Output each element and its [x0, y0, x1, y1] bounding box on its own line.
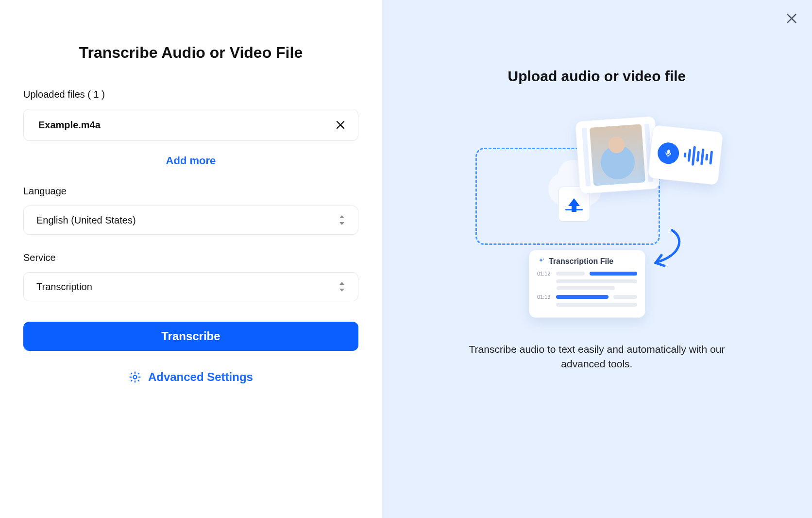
upload-illustration: Transcription File 01:12 01:13: [475, 114, 718, 323]
uploaded-file-name: Example.m4a: [38, 120, 101, 131]
svg-point-0: [133, 376, 136, 379]
waveform-icon: [683, 145, 713, 168]
close-icon: [786, 13, 797, 24]
chevron-up-down-icon: [338, 282, 345, 292]
chevron-up-down-icon: [338, 215, 345, 225]
upload-arrow-icon: [568, 198, 580, 206]
svg-rect-1: [667, 150, 670, 155]
close-button[interactable]: [786, 13, 797, 24]
service-value: Transcription: [36, 281, 92, 293]
microphone-icon: [657, 141, 680, 165]
uploaded-files-label: Uploaded files ( 1 ): [23, 89, 358, 100]
uploaded-file-chip: Example.m4a: [23, 109, 358, 141]
transcribe-button[interactable]: Transcribe: [23, 322, 358, 351]
language-label: Language: [23, 186, 358, 197]
transcription-card-title: Transcription File: [549, 257, 613, 266]
gear-icon: [129, 371, 141, 383]
service-label: Service: [23, 252, 358, 263]
audio-card-graphic: [648, 125, 724, 186]
sparkle-icon: [537, 258, 545, 265]
service-select[interactable]: Transcription: [23, 272, 358, 301]
timestamp: 01:13: [537, 294, 551, 300]
language-value: English (United States): [36, 215, 136, 226]
language-select[interactable]: English (United States): [23, 206, 358, 235]
remove-file-button[interactable]: [336, 120, 345, 130]
info-caption: Transcribe audio to text easily and auto…: [461, 342, 733, 372]
video-thumb: [590, 124, 645, 186]
info-panel: Upload audio or video file: [382, 0, 812, 518]
advanced-settings-label: Advanced Settings: [148, 370, 253, 384]
form-panel: Transcribe Audio or Video File Uploaded …: [0, 0, 382, 518]
close-icon: [336, 120, 345, 130]
advanced-settings-link[interactable]: Advanced Settings: [23, 370, 358, 384]
transcription-card-graphic: Transcription File 01:12 01:13: [529, 250, 645, 318]
video-card-graphic: [575, 116, 660, 194]
info-title: Upload audio or video file: [508, 68, 686, 85]
arrow-icon: [648, 228, 687, 272]
add-more-link[interactable]: Add more: [23, 155, 358, 167]
svg-point-2: [543, 259, 544, 259]
page-title: Transcribe Audio or Video File: [23, 44, 358, 62]
timestamp: 01:12: [537, 271, 551, 276]
